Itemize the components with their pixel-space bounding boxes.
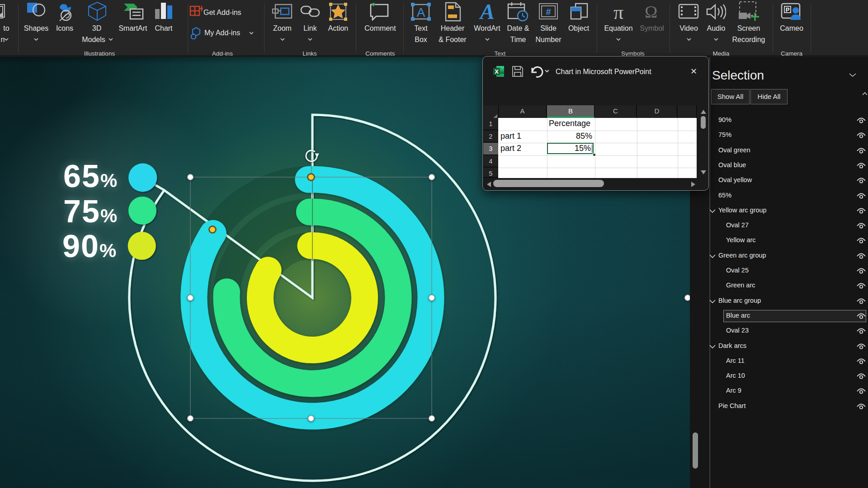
svg-text:Ω: Ω <box>645 3 657 21</box>
svg-text:75%: 75% <box>63 194 118 229</box>
svg-text:A: A <box>417 5 425 19</box>
svg-text:π: π <box>613 3 623 22</box>
svg-text:X: X <box>495 68 499 75</box>
svg-text:P: P <box>786 6 790 13</box>
svg-text:65%: 65% <box>63 159 118 194</box>
svg-text:A: A <box>479 1 495 22</box>
svg-text:#: # <box>546 7 551 17</box>
svg-text:90%: 90% <box>62 229 117 264</box>
